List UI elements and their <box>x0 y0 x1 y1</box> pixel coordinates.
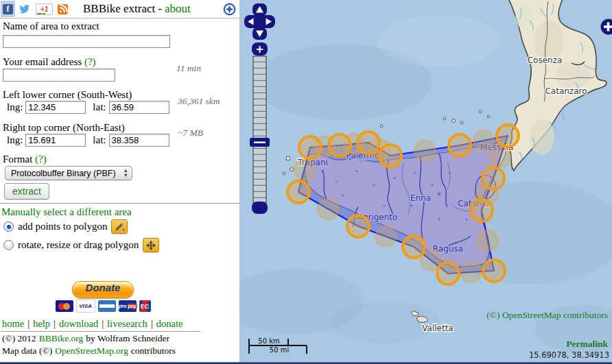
zoom-in-label: + <box>255 43 264 56</box>
add-points-label: add points to polygon <box>18 221 107 232</box>
divider <box>0 203 239 204</box>
estimate-time: 11 min <box>176 63 201 74</box>
lng-label: lng: <box>7 134 23 146</box>
lng-label: lng: <box>7 101 23 113</box>
select-arrows-icon: ▲▼ <box>123 168 128 178</box>
ne-lat-input[interactable] <box>109 134 169 147</box>
format-select[interactable]: Protocolbuffer Binary (PBF) ▲▼ <box>5 166 132 180</box>
ne-lng-input[interactable] <box>25 134 86 147</box>
add-points-option: add points to polygon + <box>3 219 128 234</box>
payment-icons: VISA giropay EC <box>0 300 206 313</box>
sw-coord-row: lng: lat: <box>7 101 169 114</box>
divider <box>0 331 200 332</box>
move-polygon-tool-button[interactable] <box>143 238 159 252</box>
twitter-icon[interactable] <box>19 4 30 14</box>
help-link[interactable]: help <box>33 318 50 330</box>
download-link[interactable]: download <box>59 318 98 330</box>
rotate-resize-option: rotate, resize or drag polygon <box>3 238 159 252</box>
copyright-line: (©) 2012 BBBike.org by Wolfram Schneider <box>2 333 169 344</box>
bbbike-extract-app: Trapani Palermo Messina Enna Catania Agr… <box>0 0 612 364</box>
format-label: Format (?) <box>3 154 47 165</box>
estimate-area: 36,361 skm <box>178 96 220 107</box>
donate-link[interactable]: donate <box>156 318 183 330</box>
footer-links: home| help| download| livesearch| donate <box>2 318 183 330</box>
add-points-radio[interactable] <box>3 221 14 232</box>
mastercard-icon <box>56 300 73 312</box>
osm-attribution: (©) OpenStreetMap contributors <box>486 310 608 320</box>
compass-icon[interactable] <box>223 3 236 16</box>
sidebar: f +1 BBBike extract-about <box>0 0 239 362</box>
email-label: Your email address (?) <box>3 56 96 68</box>
format-selected-value: Protocolbuffer Binary (PBF) <box>11 169 116 178</box>
lat-label: lat: <box>93 101 106 113</box>
rss-icon[interactable] <box>58 4 68 14</box>
about-link[interactable]: about <box>165 2 191 15</box>
rotate-resize-radio[interactable] <box>3 240 14 250</box>
visa-icon: VISA <box>76 300 95 313</box>
livesearch-link[interactable]: livesearch <box>107 318 148 330</box>
osm-link[interactable]: OpenStreetMap.org <box>55 345 128 356</box>
email-input[interactable] <box>3 69 115 82</box>
draw-polygon-tool-button[interactable]: + <box>111 219 128 234</box>
manual-select-title: Manually select a different area <box>1 206 132 218</box>
format-help-link[interactable]: (?) <box>35 154 47 165</box>
estimate-size: ~7 MB <box>178 128 203 138</box>
donate-button[interactable]: Donate <box>72 281 134 298</box>
mapdata-line: Map data (©) OpenStreetMap.org contribut… <box>2 345 176 356</box>
ec-icon: EC <box>139 300 151 312</box>
sw-lng-input[interactable] <box>25 101 86 114</box>
amex-icon <box>98 300 116 312</box>
rotate-resize-label: rotate, resize or drag polygon <box>18 239 139 251</box>
scale-mi-label: 50 mi <box>270 346 289 354</box>
mouse-coordinates: 15.69078, 38.34913 <box>529 350 609 360</box>
email-help-link[interactable]: (?) <box>84 56 96 67</box>
label-cosenza: Cosenza <box>528 56 563 65</box>
label-catanzaro: Catanzaro <box>545 86 587 96</box>
zoom-track[interactable] <box>253 56 266 203</box>
svg-text:+: + <box>122 227 125 232</box>
google-plus-one-icon[interactable]: +1 <box>36 3 53 15</box>
bbbike-link[interactable]: BBBike.org <box>39 333 84 344</box>
page-title: BBBike extract-about <box>83 2 191 16</box>
sw-lat-input[interactable] <box>109 101 169 114</box>
sidebar-header: f +1 BBBike extract-about <box>0 0 239 19</box>
sw-corner-label: Left lower corner (South-West) <box>3 89 132 101</box>
facebook-icon[interactable]: f <box>1 1 15 17</box>
scale-km-label: 50 km <box>258 337 279 345</box>
area-name-input[interactable] <box>3 35 170 48</box>
home-link[interactable]: home <box>2 318 24 330</box>
zoom-out-button[interactable] <box>252 202 268 214</box>
label-valletta: Valletta <box>422 324 453 333</box>
ne-corner-label: Right top corner (North-East) <box>3 122 125 134</box>
ne-coord-row: lng: lat: <box>7 134 169 147</box>
extract-button[interactable]: extract <box>4 183 49 199</box>
giropay-icon: giropay <box>119 300 137 312</box>
name-label: Name of area to extract <box>3 21 99 32</box>
lat-label: lat: <box>93 134 106 146</box>
permalink-link[interactable]: Permalink <box>566 339 608 349</box>
